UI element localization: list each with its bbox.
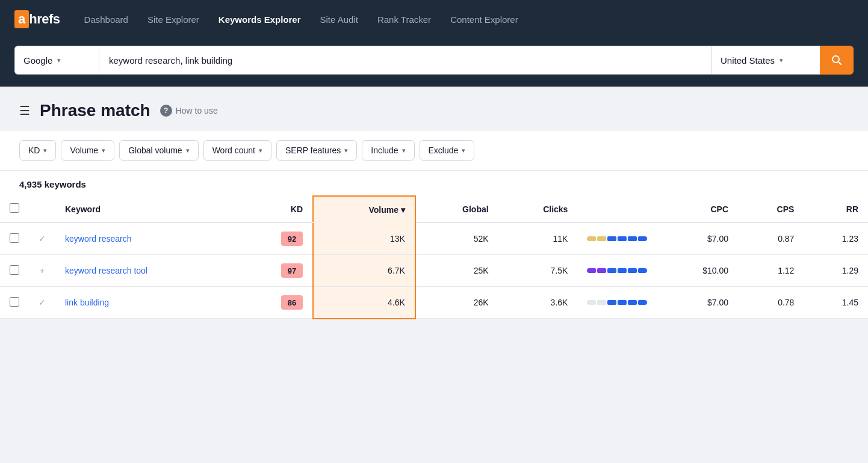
- row-cps: 0.78: [738, 287, 804, 319]
- row-cpc: $10.00: [657, 255, 738, 287]
- row-clicks: 3.6K: [498, 287, 578, 319]
- header-rr: RR: [804, 196, 868, 222]
- row-checkbox[interactable]: [10, 265, 19, 275]
- row-cps: 1.12: [738, 255, 804, 287]
- row-global: 52K: [415, 222, 498, 255]
- row-checkbox[interactable]: [10, 297, 19, 307]
- row-keyword: keyword research tool: [55, 255, 238, 287]
- filter-include-chevron-icon: ▾: [402, 147, 406, 155]
- how-to-use-button[interactable]: ? How to use: [160, 105, 218, 117]
- svg-line-1: [839, 62, 842, 65]
- filter-include[interactable]: Include ▾: [362, 140, 414, 161]
- keywords-count: 4,935 keywords: [0, 171, 868, 195]
- filter-exclude-label: Exclude: [429, 146, 459, 155]
- row-kd: 97: [238, 255, 313, 287]
- row-checkbox-cell: [0, 287, 29, 319]
- country-chevron-icon: ▾: [780, 57, 783, 64]
- country-dropdown[interactable]: United States ▾: [711, 46, 820, 75]
- row-action-icon[interactable]: ✓: [29, 287, 55, 319]
- filter-global-volume-chevron-icon: ▾: [186, 147, 190, 155]
- how-to-use-label: How to use: [176, 106, 218, 115]
- nav-content-explorer[interactable]: Content Explorer: [450, 14, 518, 25]
- top-navigation: a hrefs Dashboard Site Explorer Keywords…: [0, 0, 868, 38]
- filter-kd[interactable]: KD ▾: [19, 140, 56, 161]
- filter-kd-label: KD: [28, 146, 40, 155]
- filter-serp-features[interactable]: SERP features ▾: [276, 140, 357, 161]
- nav-site-explorer[interactable]: Site Explorer: [147, 14, 199, 25]
- keyword-link[interactable]: keyword research tool: [65, 266, 147, 275]
- engine-dropdown[interactable]: Google ▾: [14, 46, 99, 75]
- logo-a: a: [14, 10, 29, 28]
- header-clicks: Clicks: [498, 196, 578, 222]
- engine-label: Google: [23, 55, 52, 66]
- kd-badge: 97: [281, 263, 303, 278]
- nav-keywords-explorer[interactable]: Keywords Explorer: [219, 14, 301, 25]
- row-clicks: 7.5K: [498, 255, 578, 287]
- page-header: ☰ Phrase match ? How to use: [0, 87, 868, 130]
- row-checkbox[interactable]: [10, 233, 19, 243]
- kd-badge: 86: [281, 295, 303, 310]
- row-global: 25K: [415, 255, 498, 287]
- filter-include-label: Include: [371, 146, 398, 155]
- filter-global-volume[interactable]: Global volume ▾: [119, 140, 199, 161]
- row-traffic-bar: [577, 255, 657, 287]
- nav-site-audit[interactable]: Site Audit: [320, 14, 358, 25]
- row-action-icon[interactable]: ✓: [29, 222, 55, 255]
- row-global: 26K: [415, 287, 498, 319]
- row-rr: 1.23: [804, 222, 868, 255]
- help-circle-icon: ?: [160, 105, 172, 117]
- table-area: KD ▾ Volume ▾ Global volume ▾ Word count…: [0, 130, 868, 319]
- row-kd: 86: [238, 287, 313, 319]
- header-cpc: CPC: [657, 196, 738, 222]
- filter-serp-features-label: SERP features: [285, 146, 341, 155]
- row-keyword: keyword research: [55, 222, 238, 255]
- filter-word-count-chevron-icon: ▾: [259, 147, 262, 155]
- row-clicks: 11K: [498, 222, 578, 255]
- filter-volume-label: Volume: [70, 146, 98, 155]
- engine-chevron-icon: ▾: [57, 57, 61, 64]
- logo[interactable]: a hrefs: [14, 10, 60, 28]
- header-volume[interactable]: Volume ▾: [313, 196, 415, 222]
- search-icon: [831, 54, 843, 66]
- table-header-row: Keyword KD Volume ▾ Global Clicks CPC CP…: [0, 196, 868, 222]
- filter-kd-chevron-icon: ▾: [43, 147, 47, 155]
- table-row: ✓link building864.6K26K3.6K$7.000.781.45: [0, 287, 868, 319]
- filter-volume[interactable]: Volume ▾: [61, 140, 114, 161]
- search-bar: Google ▾ United States ▾: [0, 38, 868, 87]
- page-title: Phrase match: [40, 101, 150, 120]
- row-checkbox-cell: [0, 255, 29, 287]
- table-row: +keyword research tool976.7K25K7.5K$10.0…: [0, 255, 868, 287]
- header-bar: [577, 196, 657, 222]
- filter-word-count[interactable]: Word count ▾: [203, 140, 271, 161]
- filter-word-count-label: Word count: [212, 146, 255, 155]
- country-label: United States: [721, 55, 775, 66]
- header-keyword: Keyword: [55, 196, 238, 222]
- filter-exclude[interactable]: Exclude ▾: [420, 140, 475, 161]
- row-cps: 0.87: [738, 222, 804, 255]
- filters-row: KD ▾ Volume ▾ Global volume ▾ Word count…: [0, 130, 868, 171]
- row-traffic-bar: [577, 287, 657, 319]
- header-kd: KD: [238, 196, 313, 222]
- header-select-all[interactable]: [0, 196, 29, 222]
- row-rr: 1.45: [804, 287, 868, 319]
- nav-rank-tracker[interactable]: Rank Tracker: [377, 14, 431, 25]
- header-action: [29, 196, 55, 222]
- nav-dashboard[interactable]: Dashboard: [84, 14, 128, 25]
- main-content: ☰ Phrase match ? How to use KD ▾ Volume …: [0, 87, 868, 319]
- row-action-icon[interactable]: +: [29, 255, 55, 287]
- keyword-link[interactable]: keyword research: [65, 234, 132, 244]
- row-cpc: $7.00: [657, 222, 738, 255]
- header-cps: CPS: [738, 196, 804, 222]
- row-keyword: link building: [55, 287, 238, 319]
- search-button[interactable]: [820, 46, 854, 75]
- hamburger-icon[interactable]: ☰: [19, 103, 30, 118]
- keyword-link[interactable]: link building: [65, 298, 109, 307]
- table-row: ✓keyword research9213K52K11K$7.000.871.2…: [0, 222, 868, 255]
- row-cpc: $7.00: [657, 287, 738, 319]
- header-global: Global: [415, 196, 498, 222]
- filter-volume-chevron-icon: ▾: [102, 147, 105, 155]
- select-all-checkbox[interactable]: [10, 203, 19, 213]
- row-rr: 1.29: [804, 255, 868, 287]
- kd-badge: 92: [281, 232, 303, 246]
- search-input[interactable]: [99, 46, 711, 75]
